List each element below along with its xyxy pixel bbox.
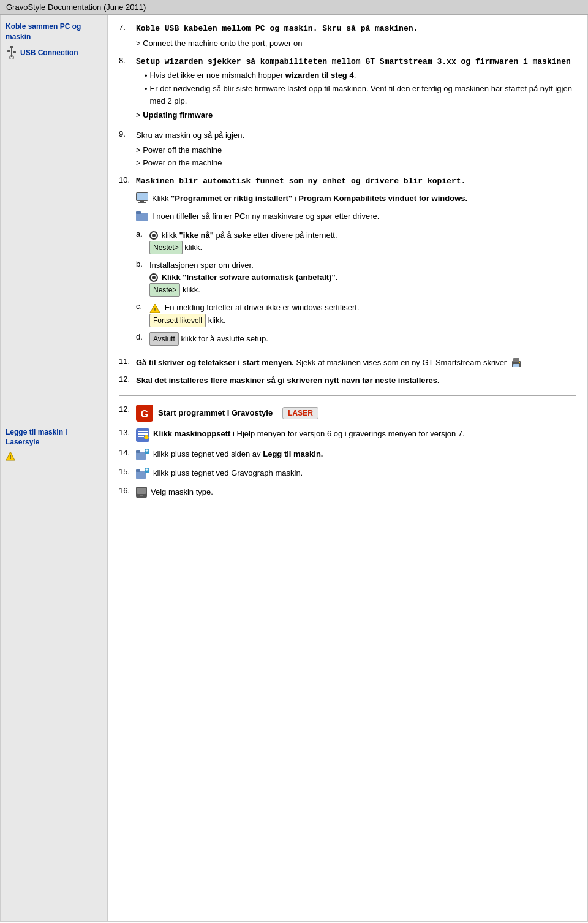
- neste-badge[interactable]: Neste>: [149, 283, 180, 297]
- step-10-title: Maskinen blir automatisk funnet som ny e…: [136, 177, 466, 186]
- monitor-icon: [136, 192, 148, 205]
- step-16-text: Velg maskin type.: [151, 486, 213, 498]
- svg-rect-24: [138, 433, 148, 435]
- step-7-bold: Koble USB kabelen mellom PC og maskin.: [136, 24, 317, 33]
- step-12-a-text: Skal det installeres flere maskiner så g…: [136, 376, 440, 385]
- step-9-gt: > Power off the machine > Power on the m…: [136, 144, 576, 170]
- step-11-content: Gå til skriver og telefakser i start men…: [136, 357, 576, 369]
- step-14: 14. + klikk pluss tegnet ved siden av Le…: [119, 448, 576, 461]
- maskinoppsett-icon: [136, 428, 149, 442]
- sub-step-c: c. ! En melding forteller at driver ikke…: [136, 302, 576, 327]
- sidebar-usb-label: USB Connection: [20, 48, 78, 57]
- bullet-2-text: Er det nødvendig så blir siste firmware …: [150, 83, 576, 107]
- svg-rect-1: [11, 48, 12, 55]
- printer-icon: [511, 357, 522, 368]
- svg-text:+: +: [145, 468, 148, 473]
- step-15: 15. + klikk pluss tegnet ved Gravograph …: [119, 467, 576, 480]
- page-header: GravoStyle Documentation (June 2011): [0, 0, 588, 15]
- svg-rect-22: [136, 428, 149, 442]
- svg-rect-38: [140, 495, 143, 496]
- step-14-num: 14.: [119, 448, 132, 457]
- step-8-content: Setup wizarden sjekker så kompabiliteten…: [136, 56, 576, 123]
- step-10-num: 10.: [119, 175, 132, 184]
- machine-select-icon: [136, 487, 147, 498]
- folder-icon: [136, 210, 148, 223]
- sub-step-a-content: klikk "ikke nå" på å søke etter divere p…: [149, 229, 576, 255]
- step-11-num: 11.: [119, 357, 132, 366]
- step-16: 16. Velg maskin type.: [119, 486, 576, 498]
- step-10-maskinvare-text: I noen tilfeller så finner PCn ny maskin…: [152, 210, 379, 222]
- svg-rect-11: [138, 202, 146, 203]
- plus-folder-icon-14: +: [136, 449, 149, 461]
- step-7-title: Koble USB kabelen mellom PC og maskin. S…: [136, 24, 418, 33]
- step-13-content: Klikk maskinoppsett i Hjelp menyen for v…: [136, 428, 576, 442]
- section-divider: [119, 395, 576, 396]
- svg-rect-0: [10, 46, 13, 48]
- sub-step-b-content: Installasjonen spør om driver. Klikk "In…: [149, 259, 576, 297]
- nestet-badge[interactable]: Nestet>: [149, 241, 183, 254]
- step-12-a-num: 12.: [119, 374, 132, 384]
- usb-icon: [6, 46, 18, 59]
- sub-step-c-letter: c.: [136, 302, 145, 311]
- step-10-icon-block-1: Klikk "Programmet er riktig installert" …: [136, 192, 576, 205]
- svg-rect-37: [137, 488, 146, 494]
- step-11-text: Gå til skriver og telefakser i start men…: [136, 358, 522, 367]
- page-wrapper: Koble sammen PC og maskin USB Connection…: [0, 15, 588, 922]
- lasersyle-warning-icon: !: [6, 451, 15, 461]
- svg-rect-12: [136, 213, 148, 221]
- step-12b-text: Start programmet i Gravostyle: [158, 407, 273, 419]
- svg-rect-25: [138, 436, 144, 437]
- step-16-content: Velg maskin type.: [136, 486, 576, 498]
- step-12-section2: 12. G Start programmet i Gravostyle LASE…: [119, 405, 576, 422]
- svg-rect-4: [7, 50, 10, 52]
- step-9-content: Skru av maskin og så på igjen. > Power o…: [136, 129, 576, 169]
- svg-rect-23: [138, 431, 148, 432]
- fortsett-badge[interactable]: Fortsett likevell: [149, 314, 206, 327]
- svg-rect-27: [144, 437, 149, 438]
- header-title: GravoStyle Documentation (June 2011): [6, 2, 146, 12]
- svg-rect-13: [136, 211, 141, 214]
- step-10: 10. Maskinen blir automatisk funnet som …: [119, 175, 576, 351]
- step-13-text: Klikk maskinoppsett i Hjelp menyen for v…: [153, 428, 465, 440]
- step-9-num: 9.: [119, 129, 132, 139]
- radio-icon-a: [149, 230, 162, 240]
- svg-rect-10: [140, 201, 144, 202]
- sub-step-d: d. Avslutt klikk for å avslutte setup.: [136, 332, 576, 346]
- step-16-num: 16.: [119, 486, 132, 495]
- step-8: 8. Setup wizarden sjekker så kompabilite…: [119, 56, 576, 123]
- step-7-gt: > Connect the machine onto the port, pow…: [136, 37, 576, 50]
- svg-text:!: !: [154, 306, 156, 313]
- step-14-text: klikk pluss tegnet ved siden av Legg til…: [153, 448, 323, 460]
- svg-rect-18: [513, 364, 519, 367]
- sub-step-c-content: ! En melding forteller at driver ikke er…: [149, 302, 576, 327]
- step-7-content: Koble USB kabelen mellom PC og maskin. S…: [136, 23, 576, 50]
- step-12b-content: G Start programmet i Gravostyle LASER: [136, 405, 576, 422]
- bullet-dot-2: •: [145, 83, 148, 96]
- bullet-2: • Er det nødvendig så blir siste firmwar…: [145, 83, 576, 107]
- step-15-content: + klikk pluss tegnet ved Gravograph mask…: [136, 467, 576, 480]
- warning-triangle-icon: !: [149, 303, 165, 312]
- step-15-text: klikk pluss tegnet ved Gravograph maskin…: [153, 467, 303, 479]
- step-11: 11. Gå til skriver og telefakser i start…: [119, 357, 576, 369]
- avslutt-badge[interactable]: Avslutt: [149, 332, 179, 346]
- step-13-num: 13.: [119, 428, 132, 437]
- step-12-a-content: Skal det installeres flere maskiner så g…: [136, 374, 576, 387]
- step-10-content: Maskinen blir automatisk funnet som ny e…: [136, 175, 576, 351]
- sidebar-section-title-2: Legge til maskin iLasersyle: [6, 427, 102, 448]
- bullet-1: • Hvis det ikke er noe mismatch hopper w…: [145, 69, 576, 82]
- sidebar-section-1: Koble sammen PC og maskin USB Connection: [6, 21, 102, 59]
- step-8-num: 8.: [119, 56, 132, 65]
- sub-step-b: b. Installasjonen spør om driver. Klikk …: [136, 259, 576, 297]
- svg-text:+: +: [145, 449, 148, 454]
- svg-rect-19: [519, 362, 520, 363]
- bullet-dot-1: •: [145, 70, 148, 82]
- svg-rect-28: [136, 452, 146, 460]
- step-8-title: Setup wizarden sjekker så kompabiliteten…: [136, 57, 571, 66]
- sidebar-section-title-1: Koble sammen PC og maskin: [6, 21, 102, 42]
- radio-icon-b: [149, 273, 159, 282]
- svg-rect-29: [136, 450, 140, 453]
- main-content: 7. Koble USB kabelen mellom PC og maskin…: [108, 15, 587, 921]
- step-10-icon-block-2: I noen tilfeller så finner PCn ny maskin…: [136, 210, 576, 223]
- updating-firmware-block: > Updating firmware: [136, 110, 576, 120]
- step-7: 7. Koble USB kabelen mellom PC og maskin…: [119, 23, 576, 50]
